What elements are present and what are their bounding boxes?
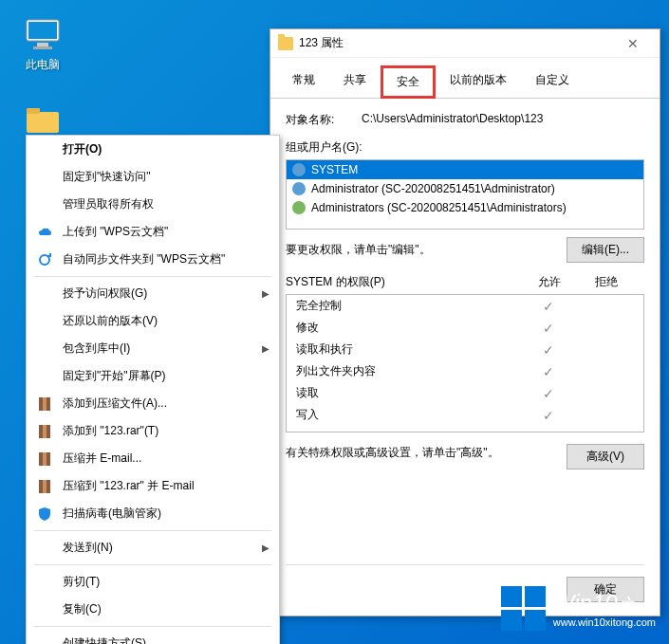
- menu-label: 上传到 "WPS云文档": [63, 224, 168, 240]
- svg-rect-3: [33, 46, 52, 49]
- menu-label: 扫描病毒(电脑管家): [63, 506, 161, 522]
- menu-upload-wps[interactable]: 上传到 "WPS云文档": [27, 218, 279, 246]
- menu-label: 压缩到 "123.rar" 并 E-mail: [63, 478, 195, 494]
- svg-rect-15: [43, 425, 46, 438]
- menu-pin-quick[interactable]: 固定到"快速访问": [27, 163, 279, 191]
- svg-rect-19: [43, 480, 46, 493]
- svg-rect-2: [37, 43, 48, 46]
- tab-custom[interactable]: 自定义: [521, 65, 584, 99]
- dialog-title: 123 属性: [299, 35, 344, 51]
- group-list[interactable]: SYSTEM Administrator (SC-202008251451\Ad…: [286, 159, 644, 230]
- chevron-right-icon: ▶: [262, 288, 269, 299]
- close-button[interactable]: ✕: [614, 36, 652, 51]
- edit-button[interactable]: 编辑(E)...: [567, 237, 644, 263]
- menu-pin-start[interactable]: 固定到"开始"屏幕(P): [27, 362, 279, 390]
- svg-rect-5: [27, 108, 40, 114]
- svg-rect-13: [43, 397, 46, 411]
- archive-icon: [36, 423, 53, 440]
- desktop-icon-this-pc[interactable]: 此电脑: [9, 15, 76, 73]
- permission-list[interactable]: 完全控制✓ 修改✓ 读取和执行✓ 列出文件夹内容✓ 读取✓ 写入✓: [286, 294, 644, 432]
- menu-compress-email[interactable]: 压缩并 E-mail...: [27, 445, 279, 472]
- brand-suffix: 之: [618, 596, 635, 615]
- perm-row: 写入✓: [287, 404, 643, 426]
- perm-name: 修改: [296, 320, 520, 336]
- tab-security[interactable]: 安全: [381, 65, 436, 99]
- titlebar: 123 属性 ✕: [270, 29, 660, 58]
- archive-mail-icon: [36, 451, 53, 468]
- archive-icon: [36, 396, 53, 413]
- folder-icon: [24, 101, 62, 138]
- tab-prev-versions[interactable]: 以前的版本: [436, 65, 521, 99]
- perm-header-label: SYSTEM 的权限(P): [286, 274, 521, 290]
- menu-label: 打开(O): [63, 141, 102, 157]
- group-item-admins[interactable]: Administrators (SC-202008251451\Administ…: [287, 198, 643, 217]
- allow-header: 允许: [521, 274, 578, 290]
- menu-compress-123-email[interactable]: 压缩到 "123.rar" 并 E-mail: [27, 472, 279, 500]
- menu-admin-own[interactable]: 管理员取得所有权: [27, 191, 279, 218]
- menu-add-archive[interactable]: 添加到压缩文件(A)...: [27, 390, 279, 417]
- tab-share[interactable]: 共享: [329, 65, 381, 99]
- menu-label: 添加到压缩文件(A)...: [63, 396, 167, 412]
- menu-label: 发送到(N): [63, 540, 113, 556]
- separator: [34, 530, 271, 531]
- menu-include-lib[interactable]: 包含到库中(I)▶: [27, 335, 279, 362]
- brand-text: Win10: [553, 590, 618, 616]
- perm-name: 列出文件夹内容: [296, 363, 520, 379]
- menu-grant-access[interactable]: 授予访问权限(G)▶: [27, 280, 279, 307]
- properties-dialog: 123 属性 ✕ 常规 共享 安全 以前的版本 自定义 对象名称: C:\Use…: [269, 28, 660, 616]
- user-icon: [292, 182, 306, 195]
- user-icon: [292, 163, 306, 176]
- perm-name: 读取和执行: [296, 341, 520, 358]
- menu-label: 添加到 "123.rar"(T): [63, 423, 158, 439]
- menu-open[interactable]: 打开(O): [27, 136, 279, 163]
- menu-sync-wps[interactable]: 自动同步文件夹到 "WPS云文档": [27, 246, 279, 273]
- check-icon: ✓: [520, 342, 577, 358]
- object-value: C:\Users\Administrator\Desktop\123: [362, 112, 644, 128]
- menu-label: 压缩并 E-mail...: [63, 451, 141, 467]
- tab-general[interactable]: 常规: [278, 65, 329, 99]
- object-label: 对象名称:: [286, 112, 362, 128]
- dialog-body: 对象名称: C:\Users\Administrator\Desktop\123…: [270, 99, 660, 483]
- archive-mail-icon: [36, 478, 53, 495]
- perm-row: 读取✓: [287, 382, 643, 404]
- pc-icon: [24, 15, 62, 53]
- perm-name: 读取: [296, 385, 520, 401]
- advanced-text: 有关特殊权限或高级设置，请单击"高级"。: [286, 444, 559, 462]
- menu-add-123rar[interactable]: 添加到 "123.rar"(T): [27, 417, 279, 445]
- chevron-right-icon: ▶: [262, 343, 269, 354]
- menu-send-to[interactable]: 发送到(N)▶: [27, 534, 279, 561]
- chevron-right-icon: ▶: [262, 543, 269, 553]
- menu-shortcut[interactable]: 创建快捷方式(S): [27, 630, 279, 644]
- menu-copy[interactable]: 复制(C): [27, 596, 279, 623]
- group-item-system[interactable]: SYSTEM: [287, 160, 643, 179]
- perm-row: 修改✓: [287, 317, 643, 339]
- menu-label: 包含到库中(I): [63, 340, 130, 357]
- group-label: 组或用户名(G):: [286, 139, 644, 156]
- menu-label: 自动同步文件夹到 "WPS云文档": [63, 251, 225, 267]
- watermark: Win10之 www.win10xitong.com: [501, 586, 656, 631]
- group-icon: [292, 201, 306, 214]
- separator: [34, 564, 271, 565]
- check-icon: ✓: [520, 299, 577, 314]
- menu-label: 复制(C): [63, 601, 102, 617]
- folder-icon: [278, 37, 293, 50]
- check-icon: ✓: [520, 386, 577, 401]
- menu-scan-virus[interactable]: 扫描病毒(电脑管家): [27, 500, 279, 527]
- sync-icon: [36, 251, 53, 268]
- brand-url: www.win10xitong.com: [553, 616, 656, 628]
- group-item-admin[interactable]: Administrator (SC-202008251451\Administr…: [287, 179, 643, 198]
- perm-name: 写入: [296, 407, 520, 423]
- svg-rect-1: [28, 22, 57, 39]
- check-icon: ✓: [520, 364, 577, 379]
- desktop-icon-label: 此电脑: [26, 57, 60, 73]
- check-icon: ✓: [520, 408, 577, 423]
- menu-label: 剪切(T): [63, 574, 100, 590]
- menu-cut[interactable]: 剪切(T): [27, 568, 279, 596]
- advanced-button[interactable]: 高级(V): [567, 444, 644, 469]
- menu-restore-prev[interactable]: 还原以前的版本(V): [27, 307, 279, 335]
- svg-rect-4: [27, 112, 59, 133]
- check-icon: ✓: [520, 321, 577, 336]
- perm-row: 完全控制✓: [287, 295, 643, 317]
- cloud-up-icon: [36, 224, 53, 241]
- svg-rect-17: [43, 452, 46, 466]
